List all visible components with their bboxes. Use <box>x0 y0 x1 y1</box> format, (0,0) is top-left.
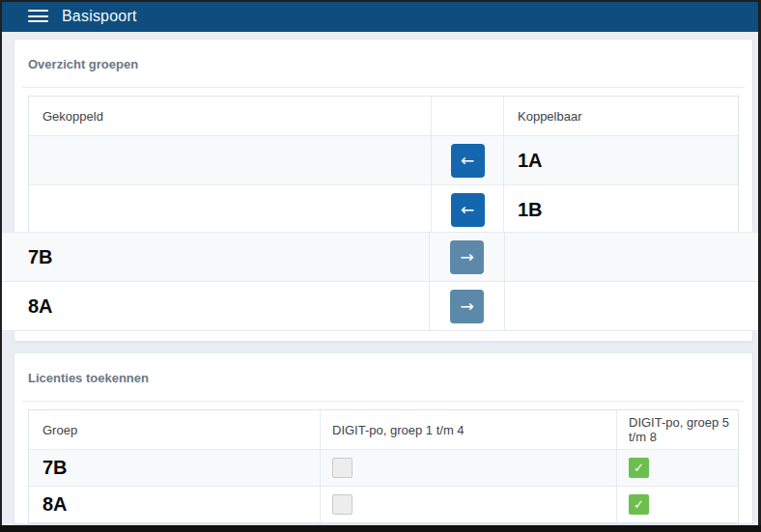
app-header: Basispoort <box>0 0 761 32</box>
license1-cell <box>321 487 617 522</box>
koppelbaar-cell <box>505 282 761 330</box>
gekoppeld-cell <box>29 185 432 234</box>
table-row: 8A → <box>0 281 761 331</box>
arrow-right-icon: → <box>460 298 473 315</box>
section-divider <box>22 87 745 88</box>
app-title: Basispoort <box>62 8 137 25</box>
unlink-group-button[interactable]: → <box>450 240 484 274</box>
koppel-table-header: Gekoppeld Koppelbaar <box>29 97 738 135</box>
gekoppeld-cell: 7B <box>0 233 430 281</box>
arrow-left-icon: ← <box>461 202 474 218</box>
window-border <box>0 0 2 532</box>
license-checkbox[interactable] <box>332 458 352 478</box>
column-header-groep: Groep <box>29 410 321 449</box>
koppelbaar-cell: 1A <box>504 136 738 184</box>
licenties-table-header: Groep DIGIT-po, groep 1 t/m 4 DIGIT-po, … <box>29 410 738 449</box>
column-header-license1: DIGIT-po, groep 1 t/m 4 <box>321 410 617 449</box>
column-header-koppelbaar: Koppelbaar <box>504 97 738 135</box>
action-cell: → <box>430 233 505 281</box>
table-row: ← 1A <box>29 135 738 184</box>
column-header-actions <box>432 97 504 135</box>
section-title-overzicht: Overzicht groepen <box>28 57 739 71</box>
license2-cell: ✓ <box>617 487 738 522</box>
gekoppeld-cell <box>29 136 432 184</box>
gekoppeld-cell: 8A <box>0 282 430 330</box>
table-row: 8A ✓ <box>29 486 738 522</box>
license-checkbox[interactable]: ✓ <box>629 458 649 478</box>
table-row: ← 1B <box>29 184 738 234</box>
licenties-card: Licenties toekennen Groep DIGIT-po, groe… <box>14 352 753 524</box>
groep-cell: 8A <box>29 487 321 522</box>
koppelbaar-cell <box>505 233 761 281</box>
section-title-licenties: Licenties toekennen <box>28 371 739 385</box>
menu-icon[interactable] <box>28 10 48 22</box>
groep-cell: 7B <box>29 450 321 486</box>
arrow-right-icon: → <box>460 249 473 266</box>
section-divider <box>22 401 745 402</box>
app-window: Basispoort Overzicht groepen Gekoppeld K… <box>0 0 761 532</box>
table-row: 7B → <box>0 232 761 281</box>
arrow-left-icon: ← <box>461 153 474 169</box>
koppel-table: Gekoppeld Koppelbaar ← 1A ← <box>28 96 739 235</box>
window-border <box>0 0 761 2</box>
license-checkbox[interactable]: ✓ <box>629 494 649 515</box>
link-group-button[interactable]: ← <box>451 144 485 178</box>
action-cell: ← <box>432 136 504 184</box>
licenties-table: Groep DIGIT-po, groep 1 t/m 4 DIGIT-po, … <box>28 409 739 523</box>
unlink-group-button[interactable]: → <box>450 290 484 323</box>
link-group-button[interactable]: ← <box>451 193 485 227</box>
license-checkbox[interactable] <box>332 494 352 515</box>
column-header-license2: DIGIT-po, groep 5 t/m 8 <box>617 410 738 449</box>
column-header-gekoppeld: Gekoppeld <box>29 97 432 135</box>
table-row: 7B ✓ <box>29 449 738 486</box>
action-cell: ← <box>432 185 504 234</box>
license1-cell <box>321 450 617 486</box>
window-border <box>0 525 761 532</box>
koppelbaar-cell: 1B <box>504 185 738 234</box>
license2-cell: ✓ <box>617 450 738 486</box>
action-cell: → <box>430 282 505 330</box>
